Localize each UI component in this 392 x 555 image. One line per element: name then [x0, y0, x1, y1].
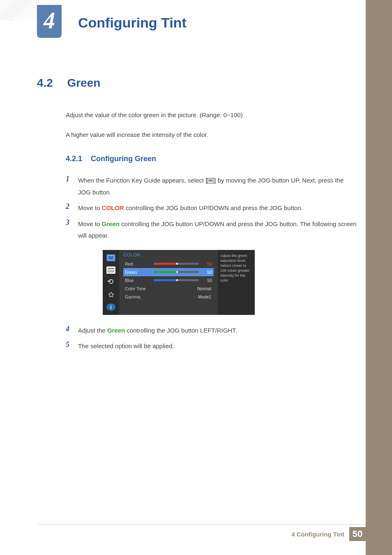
highlight-green: Green	[102, 220, 120, 227]
right-margin-bar	[366, 0, 392, 555]
osd-slider-red	[154, 263, 199, 265]
highlight-green: Green	[107, 327, 125, 334]
corner-hatch-decoration	[0, 0, 37, 21]
step-text: Move to Green controlling the JOG button…	[78, 218, 357, 242]
footer-divider	[37, 524, 366, 525]
page-footer: 4 Configuring Tint 50	[291, 527, 366, 541]
osd-screenshot: ✿ i COLOR Red 50 Green	[103, 250, 255, 315]
osd-row-gamma: Gamma Mode1	[123, 293, 214, 301]
osd-slider-blue	[154, 279, 199, 281]
subsection-title: Configuring Green	[91, 155, 156, 163]
osd-menu: COLOR Red 50 Green 50	[119, 250, 218, 315]
step-text: Move to COLOR controlling the JOG button…	[78, 202, 357, 214]
step-text: The selected option will be applied.	[78, 340, 357, 352]
osd-slider-green	[154, 271, 199, 273]
step-number: 5	[66, 340, 78, 352]
osd-label: Blue	[125, 278, 154, 283]
footer-chapter-label: 4 Configuring Tint	[291, 531, 344, 538]
chapter-number-badge: 4	[37, 5, 62, 38]
osd-row-blue: Blue 50	[123, 276, 214, 284]
osd-label: Green	[125, 270, 154, 275]
step-4: 4 Adjust the Green controlling the JOG b…	[66, 325, 357, 337]
step-number: 2	[66, 202, 78, 214]
screen-icon	[106, 266, 115, 274]
step-text: When the Function Key Guide appears, sel…	[78, 175, 357, 198]
step-1: 1 When the Function Key Guide appears, s…	[66, 175, 357, 198]
step-2: 2 Move to COLOR controlling the JOG butt…	[66, 202, 357, 214]
osd-label: Color Tone	[125, 286, 154, 291]
osd-value: 50	[202, 278, 212, 283]
osd-label: Gamma	[125, 294, 154, 299]
section-heading: 4.2 Green	[37, 76, 357, 90]
info-icon: i	[106, 303, 115, 311]
step-number: 4	[66, 325, 78, 337]
osd-value: Normal	[154, 286, 212, 291]
step-number: 1	[66, 175, 78, 198]
osd-help-panel: Adjust the green saturation level. Value…	[218, 250, 255, 315]
gear-icon: ✿	[106, 291, 115, 298]
osd-row-green-selected: Green 50	[123, 268, 214, 276]
section-number: 4.2	[37, 76, 53, 89]
step-text: Adjust the Green controlling the JOG but…	[78, 325, 357, 337]
rotate-icon	[106, 279, 115, 286]
subsection-number: 4.2.1	[66, 155, 82, 163]
highlight-color: COLOR	[102, 204, 124, 211]
osd-value: Mode1	[154, 294, 212, 299]
osd-title: COLOR	[123, 252, 214, 257]
osd-value: 50	[202, 270, 212, 275]
picture-icon	[106, 254, 115, 261]
instruction-steps: 1 When the Function Key Guide appears, s…	[66, 175, 357, 352]
intro-text-2: A higher value will increase the intensi…	[66, 130, 357, 140]
osd-value: 50	[202, 261, 212, 266]
menu-icon	[207, 178, 214, 183]
section-intro: Adjust the value of the color green in t…	[66, 110, 357, 140]
step-number: 3	[66, 218, 78, 242]
intro-text-1: Adjust the value of the color green in t…	[66, 110, 357, 120]
section-title: Green	[67, 76, 100, 89]
osd-sidebar: ✿ i	[103, 250, 119, 315]
osd-row-red: Red 50	[123, 260, 214, 268]
subsection-heading: 4.2.1 Configuring Green	[66, 155, 357, 163]
chapter-title: Configuring Tint	[78, 15, 187, 31]
osd-row-color-tone: Color Tone Normal	[123, 284, 214, 293]
osd-label: Red	[125, 261, 154, 266]
page-content: 4.2 Green Adjust the value of the color …	[37, 76, 357, 356]
step-3: 3 Move to Green controlling the JOG butt…	[66, 218, 357, 242]
page-number: 50	[349, 527, 366, 541]
step-5: 5 The selected option will be applied.	[66, 340, 357, 352]
